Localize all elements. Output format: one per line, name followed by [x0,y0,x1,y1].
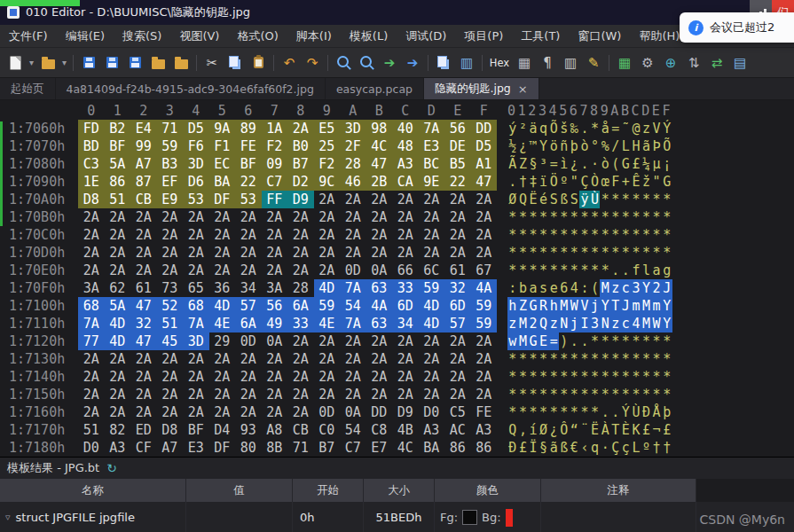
ascii-char[interactable]: œ [600,173,610,191]
menu-item-templates[interactable]: 模板(L) [341,28,397,44]
ascii-char[interactable]: * [590,403,601,421]
hex-byte[interactable]: 2A [392,368,419,386]
ascii-char[interactable]: * [651,368,662,386]
ascii-char[interactable]: W [651,315,662,332]
hex-byte[interactable]: 2A [314,262,341,279]
hex-byte[interactable]: E3 [419,137,445,155]
ascii-char[interactable]: * [610,191,621,208]
menu-item-scripts[interactable]: 脚本(I) [287,28,341,44]
column-header-value[interactable]: 值 [186,479,293,502]
hex-byte[interactable]: 2A [471,191,498,208]
cut-icon[interactable]: ✂ [200,51,224,74]
meeting-notification-toast[interactable]: i 会议已超过2 [680,12,794,43]
hex-byte[interactable]: D8 [78,191,105,208]
ascii-char[interactable]: * [539,226,549,244]
ascii-char[interactable]: * [662,350,672,368]
hex-byte[interactable]: 2A [262,226,288,244]
ascii-column[interactable]: **********..flag [507,262,672,279]
fg-color-swatch[interactable] [462,510,477,525]
ascii-char[interactable]: S [570,191,580,208]
ascii-char[interactable]: ò [579,137,590,155]
ascii-char[interactable]: ™ [528,137,539,155]
histogram-icon[interactable]: ▥ [455,51,478,74]
paragraph-icon[interactable]: ¶ [536,51,559,74]
ascii-char[interactable]: * [507,262,518,279]
hex-byte[interactable]: 34 [235,279,262,297]
hex-byte[interactable]: 77 [78,332,105,350]
ascii-char[interactable]: * [631,386,641,403]
ascii-column[interactable]: **************** [507,226,672,244]
hex-byte[interactable]: 7A [78,315,105,332]
hex-byte[interactable]: 2A [235,226,262,244]
hex-byte[interactable]: 48 [392,137,419,155]
ascii-char[interactable]: § [528,155,539,173]
hex-byte[interactable]: 2A [471,368,498,386]
hex-byte[interactable]: 2A [287,262,314,279]
ascii-char[interactable]: * [631,368,641,386]
ascii-char[interactable]: * [548,386,559,403]
tools-gear-icon[interactable]: ⚙ [636,51,659,74]
ascii-char[interactable]: * [570,368,580,386]
ascii-char[interactable]: V [651,120,662,137]
hex-byte[interactable]: BA [209,173,236,191]
hex-byte[interactable]: A8 [262,421,288,439]
ascii-char[interactable]: H [631,137,641,155]
ascii-char[interactable]: * [631,191,641,208]
hex-byte[interactable]: 0A [340,403,366,421]
hex-byte[interactable]: D9 [392,403,419,421]
ascii-char[interactable]: * [570,350,580,368]
menu-item-search[interactable]: 搜索(S) [114,28,170,44]
ascii-char[interactable]: h [548,297,559,315]
ascii-char[interactable]: E [539,332,549,350]
hex-byte[interactable]: 2A [392,191,419,208]
menu-item-file[interactable]: 文件(F) [0,28,57,44]
ascii-char[interactable]: ä [528,120,539,137]
ascii-char[interactable]: * [651,226,662,244]
hex-byte[interactable]: 51 [157,315,184,332]
hex-byte[interactable]: 34 [392,315,419,332]
ascii-char[interactable]: * [590,120,601,137]
ascii-char[interactable]: * [621,191,632,208]
hex-byte[interactable]: 6A [287,297,314,315]
hex-byte[interactable]: 45 [157,332,184,350]
ascii-char[interactable]: ï [539,173,549,191]
ascii-char[interactable]: J [621,297,632,315]
ascii-char[interactable]: * [579,244,590,262]
hex-byte[interactable]: D6 [183,173,209,191]
ascii-char[interactable]: * [518,368,529,386]
ascii-char[interactable]: * [548,244,559,262]
ascii-char[interactable]: º [559,173,570,191]
column-header-size[interactable]: 大小 [364,479,435,502]
hex-byte[interactable]: 2A [444,191,471,208]
hex-byte[interactable]: A1 [471,155,498,173]
ascii-char[interactable]: Ë [528,191,539,208]
hex-byte[interactable]: 61 [130,279,157,297]
hex-byte[interactable]: 2A [130,403,157,421]
hex-byte[interactable]: F2 [314,155,341,173]
ascii-char[interactable]: : [507,279,518,297]
ascii-char[interactable]: z [507,315,518,332]
hex-byte[interactable]: 2A [157,262,184,279]
hex-byte[interactable]: 2A [419,386,445,403]
hex-byte[interactable]: EC [209,155,236,173]
ascii-char[interactable]: þ [570,137,580,155]
hex-byte[interactable]: 2A [314,226,341,244]
hex-byte[interactable]: 2A [78,386,105,403]
hex-byte[interactable]: 2A [183,386,209,403]
ascii-char[interactable]: * [610,368,621,386]
ascii-char[interactable]: * [590,332,601,350]
columns-icon[interactable]: ▥ [559,51,582,74]
ascii-char[interactable]: “ [570,421,580,439]
hex-byte[interactable]: 36 [209,279,236,297]
hex-byte[interactable]: E3 [183,439,209,457]
ascii-char[interactable]: G [662,173,672,191]
hex-byte[interactable]: 3A [78,279,105,297]
ascii-char[interactable]: . [610,262,621,279]
hex-byte[interactable]: 2A [157,403,184,421]
ascii-char[interactable]: q [590,439,601,457]
hex-byte[interactable]: 2A [444,244,471,262]
hex-byte[interactable]: A3 [105,439,131,457]
ascii-char[interactable]: * [590,386,601,403]
hex-byte[interactable]: 2A [262,244,288,262]
hex-byte[interactable]: 2A [287,120,314,137]
